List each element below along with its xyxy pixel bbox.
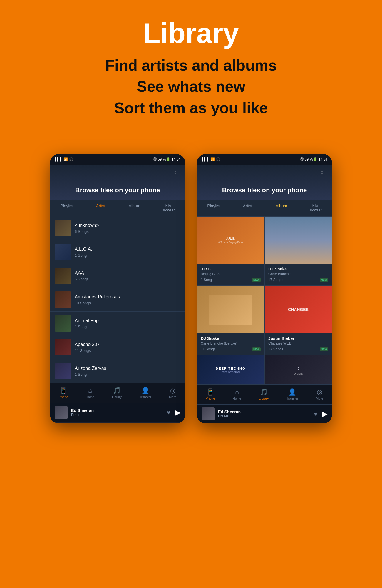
now-playing-right[interactable]: Ed Sheeran Eraser ♥ ▶ (197, 404, 332, 423)
album-card-divide[interactable]: ÷ DIVIDE (264, 355, 332, 385)
browse-title-right: Browse files on your phone (203, 186, 326, 194)
album-art-deep: DEEP TECHNO 2020 SESSION (197, 355, 264, 385)
tab-artist-right[interactable]: Artist (231, 200, 264, 216)
list-item[interactable]: Animal Pop 1 Song (50, 312, 185, 335)
nav-phone-right[interactable]: 📱 Phone (201, 388, 220, 401)
art-sublabel: DIVIDE (294, 372, 303, 375)
hero-line3: Sort them as you like (12, 97, 370, 119)
tab-bar-left[interactable]: Playlist Artist Album FileBrowser (50, 200, 185, 216)
album-card-jrg[interactable]: J.R.G. A Trip to Beijing Bass J.R.G. Bei… (197, 216, 264, 286)
np-info-left: Ed Sheeran Eraser (71, 408, 163, 417)
artist-thumb-unknown (55, 220, 71, 236)
phone-right: ▌▌▌ 📶 🎧 Ⓝ 59 %🔋 14:34 ⋮ Browse files on … (197, 154, 332, 423)
nav-label: More (169, 395, 176, 399)
status-left-right: ▌▌▌ 📶 🎧 (202, 157, 220, 161)
artist-info: Apache 207 11 Songs (75, 342, 180, 353)
list-item[interactable]: Apache 207 11 Songs (50, 335, 185, 359)
hero-section: Library Find artists and albums See what… (0, 0, 382, 142)
status-right: Ⓝ 59 %🔋 14:34 (153, 157, 180, 162)
nav-more-right[interactable]: ◎ More (311, 388, 328, 401)
nav-more-left[interactable]: ◎ More (164, 386, 181, 400)
nav-home-right[interactable]: ⌂ Home (228, 388, 246, 401)
nav-label: Home (233, 397, 241, 400)
now-playing-left[interactable]: Ed Sheeran Eraser ♥ ▶ (50, 403, 185, 422)
tab-playlist-right[interactable]: Playlist (197, 200, 231, 216)
artist-info: Animal Pop 1 Song (75, 318, 180, 329)
album-info-jrg: J.R.G. Beijing Bass 1 Song NEW (197, 264, 264, 285)
album-name: DJ Snake (268, 267, 328, 271)
heart-icon[interactable]: ♥ (314, 411, 317, 417)
app-header-left: ⋮ Browse files on your phone (50, 165, 185, 200)
play-icon[interactable]: ▶ (175, 408, 180, 417)
artist-name: <unknown> (75, 223, 180, 228)
album-artist: Carte Blanche (Deluxe) (201, 341, 261, 345)
app-header-right: ⋮ Browse files on your phone (197, 165, 332, 200)
np-controls-left: ♥ ▶ (167, 408, 180, 417)
artist-info: Arizona Zervas 1 Song (75, 366, 180, 377)
transfer-icon: 👤 (288, 389, 296, 395)
status-left: ▌▌▌ 📶 🎧 (55, 157, 73, 161)
album-songs: 17 Songs (268, 278, 283, 282)
album-card-djsnake2[interactable]: DJ Snake Carte Blanche (Deluxe) 31 Songs… (197, 286, 264, 355)
library-icon: 🎵 (113, 387, 121, 394)
nav-phone-left[interactable]: 📱 Phone (54, 386, 73, 400)
menu-dots-right[interactable]: ⋮ (319, 169, 326, 178)
nav-library-right[interactable]: 🎵 Library (254, 388, 274, 401)
nav-label: More (316, 397, 323, 400)
artist-songs: 1 Song (75, 325, 180, 329)
tab-album-left[interactable]: Album (118, 200, 151, 216)
tab-filebrowser-right[interactable]: FileBrowser (298, 200, 332, 216)
heart-icon[interactable]: ♥ (167, 409, 170, 416)
np-thumb-left (55, 406, 68, 419)
art-label: CHANGES (288, 307, 309, 312)
wifi-icon: 📶 (63, 157, 68, 161)
tab-bar-right[interactable]: Playlist Artist Album FileBrowser (197, 200, 332, 216)
artist-songs: 10 Songs (75, 301, 180, 305)
tab-filebrowser-left[interactable]: FileBrowser (151, 200, 185, 216)
list-item[interactable]: <unknown> 6 Songs (50, 216, 185, 240)
nav-label: Transfer (286, 397, 299, 400)
status-bar-right: ▌▌▌ 📶 🎧 Ⓝ 59 %🔋 14:34 (197, 154, 332, 165)
phone-icon: 📱 (59, 387, 67, 394)
bottom-nav-right: 📱 Phone ⌂ Home 🎵 Library 👤 Transfer ◎ Mo… (197, 385, 332, 404)
menu-dots-left[interactable]: ⋮ (172, 169, 179, 178)
album-card-deep[interactable]: DEEP TECHNO 2020 SESSION (197, 355, 264, 385)
battery-icon: %🔋 (163, 157, 170, 161)
list-item[interactable]: A.L.C.A. 1 Song (50, 240, 185, 264)
album-card-djsnake1[interactable]: DJ Snake Carte Blanche 17 Songs NEW (264, 216, 332, 286)
battery-text: 59 (305, 157, 309, 161)
nav-transfer-left[interactable]: 👤 Transfer (135, 386, 156, 400)
tab-playlist-left[interactable]: Playlist (50, 200, 84, 216)
nav-library-left[interactable]: 🎵 Library (107, 386, 127, 400)
album-art-djsnake1 (265, 217, 332, 264)
play-icon[interactable]: ▶ (322, 410, 327, 418)
list-item[interactable]: AAA 5 Songs (50, 264, 185, 288)
nav-transfer-right[interactable]: 👤 Transfer (282, 388, 303, 401)
artist-songs: 1 Song (75, 372, 180, 377)
phone-left: ▌▌▌ 📶 🎧 Ⓝ 59 %🔋 14:34 ⋮ Browse files on … (50, 154, 185, 423)
album-card-bieber[interactable]: CHANGES Justin Bieber Changes WEB 17 Son… (264, 286, 332, 355)
list-item[interactable]: Amistades Peligrosas 10 Songs (50, 288, 185, 312)
list-item[interactable]: Arizona Zervas 1 Song (50, 359, 185, 383)
nfc-icon: Ⓝ (153, 157, 157, 162)
browse-title-left: Browse files on your phone (56, 186, 179, 194)
artist-info: Amistades Peligrosas 10 Songs (75, 294, 180, 305)
album-footer: 31 Songs NEW (201, 347, 261, 351)
album-artist: Changes WEB (268, 341, 328, 345)
nav-label: Phone (59, 395, 68, 399)
signal-icon: ▌▌▌ (202, 157, 209, 161)
time-display: 14:34 (172, 157, 180, 161)
tab-album-right[interactable]: Album (264, 200, 298, 216)
nav-home-left[interactable]: ⌂ Home (81, 386, 99, 400)
np-controls-right: ♥ ▶ (314, 410, 327, 418)
artist-info: <unknown> 6 Songs (75, 223, 180, 234)
tab-artist-left[interactable]: Artist (84, 200, 118, 216)
np-info-right: Ed Sheeran Eraser (218, 410, 310, 418)
nav-label: Library (112, 395, 122, 399)
bottom-nav-left: 📱 Phone ⌂ Home 🎵 Library 👤 Transfer ◎ Mo… (50, 383, 185, 403)
nav-label: Phone (206, 397, 215, 400)
album-art-jrg: J.R.G. A Trip to Beijing Bass (197, 217, 264, 264)
album-name: DJ Snake (201, 336, 261, 341)
artist-thumb-aaa (55, 268, 71, 284)
status-bar-left: ▌▌▌ 📶 🎧 Ⓝ 59 %🔋 14:34 (50, 154, 185, 165)
